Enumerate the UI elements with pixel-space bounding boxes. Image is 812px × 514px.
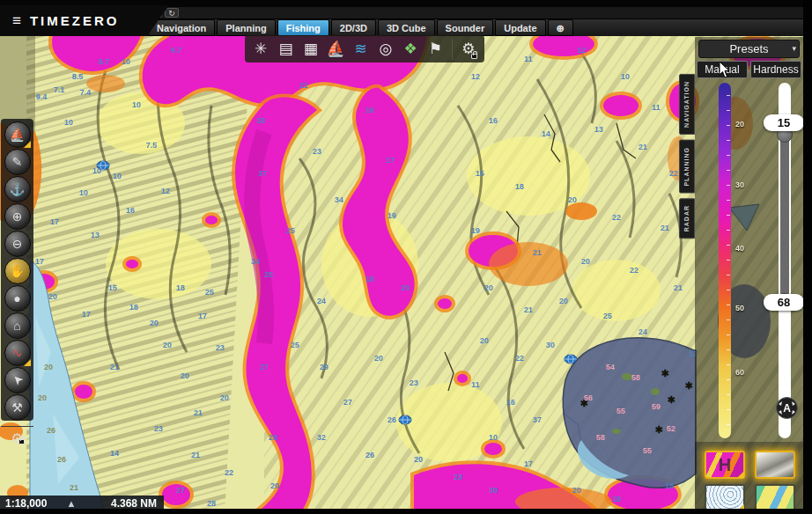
svg-text:20: 20	[150, 319, 159, 327]
toolbar-separator	[452, 39, 453, 60]
pan-tool[interactable]: ✋	[4, 258, 31, 284]
boat-route-icon[interactable]: ⛵	[325, 37, 346, 61]
auto-scale-button[interactable]: A	[775, 396, 799, 420]
chart-scale: 1:18,000	[5, 497, 47, 510]
svg-text:23: 23	[154, 424, 163, 433]
range-slider-selected[interactable]	[780, 134, 789, 301]
tab-2d-3d[interactable]: 2D/3D	[331, 19, 376, 36]
svg-text:20: 20	[48, 292, 57, 301]
gradient-tick	[727, 155, 730, 156]
svg-text:11: 11	[524, 55, 533, 63]
gradient-tick	[727, 230, 730, 231]
svg-text:9.4: 9.4	[36, 92, 48, 101]
annotate-tool[interactable]: ✎	[4, 149, 31, 175]
side-tab-radar[interactable]: RADAR	[679, 198, 695, 239]
north-arrow-icon: ▲	[66, 498, 76, 509]
zoom-out-tool-icon: ⊖	[12, 237, 23, 251]
charts-icon[interactable]: ▤	[275, 37, 296, 61]
tab-update[interactable]: Update	[495, 19, 545, 36]
svg-text:20: 20	[581, 257, 590, 266]
svg-text:54: 54	[606, 363, 615, 371]
tab-planning[interactable]: Planning	[217, 19, 275, 36]
tab-3d-cube[interactable]: 3D Cube	[378, 19, 435, 36]
shading-3d-layer-thumb[interactable]	[755, 451, 795, 479]
gradient-tick	[727, 334, 730, 335]
svg-text:26: 26	[47, 426, 55, 435]
zoom-in-tool[interactable]: ⊕	[4, 203, 31, 230]
svg-text:19: 19	[471, 226, 480, 235]
photos-icon[interactable]: ▦	[300, 37, 321, 61]
hardness-layer-thumb[interactable]: H	[705, 451, 745, 479]
svg-text:28: 28	[207, 499, 216, 508]
svg-text:22: 22	[612, 213, 621, 222]
svg-text:20: 20	[414, 455, 423, 464]
svg-text:8.7: 8.7	[99, 57, 110, 66]
add-workspace-icon[interactable]: ⊕	[548, 19, 573, 36]
svg-text:✱: ✱	[667, 394, 675, 405]
orbit-3d-tool[interactable]: ●	[4, 285, 31, 312]
gradient-tick	[727, 349, 730, 350]
svg-text:56: 56	[584, 393, 593, 402]
chevron-down-icon: ▾	[792, 40, 796, 58]
svg-text:21: 21	[191, 451, 200, 459]
svg-text:7.5: 7.5	[146, 141, 158, 150]
auto-label: A	[783, 402, 791, 415]
presets-dropdown[interactable]: Presets	[698, 40, 800, 58]
svg-text:10: 10	[132, 100, 141, 109]
tides-tool[interactable]: ∿	[4, 340, 31, 366]
hardness-button[interactable]: Hardness	[750, 61, 801, 78]
lower-value-pill[interactable]: 68	[764, 294, 804, 311]
redo-button[interactable]: ↻	[165, 8, 179, 18]
tab-sounder[interactable]: Sounder	[437, 19, 494, 36]
tab-navigation[interactable]: Navigation	[148, 19, 215, 36]
routes-icon[interactable]: ⚑	[424, 37, 446, 61]
compass-rose-icon[interactable]: ✳	[250, 37, 271, 61]
svg-text:10: 10	[621, 72, 630, 81]
svg-text:20: 20	[484, 283, 493, 292]
ship-track-tool[interactable]: ⚓	[4, 176, 31, 202]
svg-text:18: 18	[176, 283, 185, 292]
svg-text:21: 21	[299, 81, 308, 90]
sounder-icon[interactable]: ≋	[350, 37, 371, 61]
upper-value-pill[interactable]: 15	[764, 114, 804, 131]
svg-text:17: 17	[386, 156, 395, 165]
gradient-tick	[727, 364, 730, 365]
radar-rings-icon[interactable]: ◎	[375, 37, 396, 61]
svg-text:20: 20	[163, 341, 172, 349]
tides-tool-icon: ∿	[12, 346, 23, 360]
hardness-gradient-bar	[719, 83, 731, 438]
side-tab-navigation[interactable]: NAVIGATION	[679, 74, 695, 135]
gradient-tick	[727, 260, 730, 261]
svg-text:21: 21	[661, 224, 669, 232]
svg-text:11: 11	[652, 103, 661, 112]
svg-text:24: 24	[317, 297, 326, 305]
screen-distance: 4.368 NM	[111, 497, 157, 510]
manual-button[interactable]: Manual	[697, 61, 748, 78]
hamburger-menu-icon[interactable]: ≡	[12, 12, 21, 30]
svg-text:15: 15	[108, 283, 117, 292]
trawl-tool[interactable]: ⚒	[4, 394, 31, 421]
notification-badge	[24, 359, 31, 366]
marks-icon[interactable]: ❖	[400, 37, 421, 61]
side-tab-planning[interactable]: PLANNING	[679, 140, 695, 194]
lock-icon	[471, 54, 477, 59]
trawl-tool-icon: ⚒	[11, 400, 23, 415]
zoom-in-tool-icon: ⊕	[12, 209, 23, 224]
svg-text:16: 16	[506, 398, 515, 407]
pointer-tool[interactable]: ➤	[4, 367, 31, 393]
svg-text:23: 23	[313, 147, 321, 156]
sidebar-settings-button[interactable]: ⚙	[1, 426, 33, 446]
svg-text:✱: ✱	[661, 368, 668, 378]
gradient-tick	[727, 200, 730, 201]
home-view-tool[interactable]: ⌂	[4, 312, 31, 339]
svg-text:✱: ✱	[654, 424, 662, 435]
tool-settings-icon[interactable]: ⚙	[458, 37, 479, 61]
zoom-out-tool[interactable]: ⊖	[4, 231, 31, 257]
svg-text:11: 11	[471, 380, 480, 389]
svg-text:55: 55	[616, 407, 625, 415]
svg-text:30: 30	[546, 341, 555, 349]
pointer-tool-icon: ➤	[9, 371, 26, 389]
svg-text:23: 23	[410, 378, 418, 387]
camera-boat-tool[interactable]: ⛵	[4, 121, 31, 148]
tab-fishing[interactable]: Fishing	[277, 19, 329, 36]
